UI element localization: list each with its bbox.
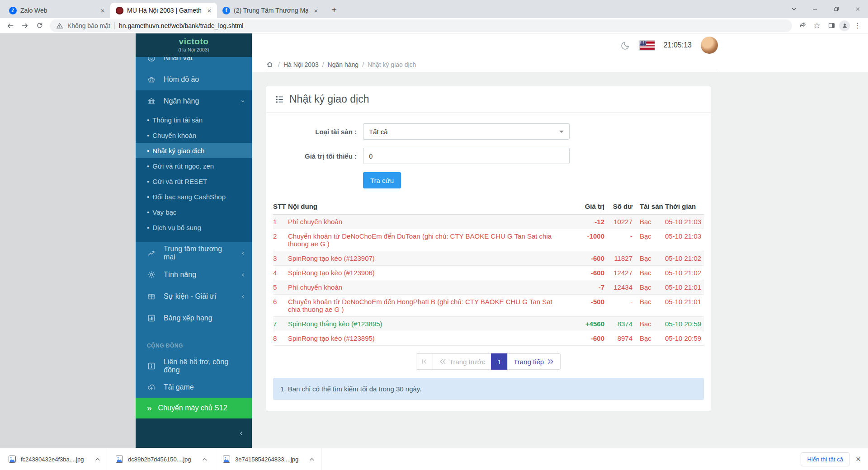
- cell-value: -600: [565, 254, 604, 262]
- side-panel-icon[interactable]: [825, 19, 838, 32]
- sidebar-subitem-gui-rut-ngoc-zen[interactable]: •Gửi và rút ngọc, zen: [136, 158, 252, 174]
- tab-title: (2) Trung Tâm Thương Mại - Hội...: [234, 7, 308, 14]
- table-header-row: STT Nội dung Giá trị Số dư Tài sản Thời …: [273, 198, 704, 215]
- cell-balance: 8374: [604, 320, 632, 328]
- browser-profile-avatar[interactable]: [839, 20, 850, 31]
- current-page-button[interactable]: 1: [491, 353, 508, 370]
- tab-close-icon[interactable]: ×: [99, 6, 107, 14]
- sidebar-subitem-dich-vu-bo-sung[interactable]: •Dịch vụ bổ sung: [136, 220, 252, 235]
- sidebar-subitem-doi-bac-cashshop[interactable]: •Đổi bạc sang CashShop: [136, 189, 252, 204]
- tab-facebook[interactable]: f (2) Trung Tâm Thương Mại - Hội... ×: [217, 3, 324, 18]
- cell-asset: Bạc: [640, 269, 665, 277]
- bullet-icon: •: [147, 208, 149, 216]
- cell-time: 05-10 20:59: [665, 320, 704, 328]
- brand-name: victoto: [136, 37, 252, 47]
- cell-stt: 1: [273, 218, 288, 226]
- first-page-button[interactable]: [416, 353, 433, 370]
- cell-time: 05-10 21:03: [665, 218, 704, 226]
- subitem-label: Gửi và rút RESET: [152, 178, 207, 185]
- sidebar-item-ngan-hang[interactable]: Ngân hàng: [136, 90, 252, 112]
- download-filename: dc89b2b7d456150....jpg: [128, 456, 196, 463]
- browser-toolbar: Không bảo mật hn.gamethuvn.net/web/bank/…: [0, 18, 868, 33]
- cell-balance: 12434: [604, 283, 632, 291]
- breadcrumb-link-ha-noi[interactable]: Hà Nội 2003: [283, 61, 319, 68]
- new-tab-button[interactable]: +: [327, 3, 341, 17]
- cell-balance: 12427: [604, 269, 632, 277]
- download-filename: fc24380432e4f3ba....jpg: [21, 456, 89, 463]
- close-window-button[interactable]: [847, 0, 868, 18]
- cell-asset: Bạc: [640, 218, 665, 226]
- security-label: Không bảo mật: [67, 22, 110, 29]
- cell-time: 05-10 21:02: [665, 254, 704, 262]
- cell-balance: -: [604, 298, 632, 306]
- subitem-label: Gửi và rút ngọc, zen: [152, 162, 214, 170]
- breadcrumb-separator: /: [322, 61, 324, 68]
- restore-button[interactable]: [826, 0, 847, 18]
- sidebar-subitem-gui-rut-reset[interactable]: •Gửi và rút RESET: [136, 174, 252, 189]
- previous-page-button[interactable]: Trang trước: [433, 353, 491, 370]
- sidebar-item-lien-he-ho-tro[interactable]: Liên hệ hỗ trợ, cộng đồng: [136, 355, 252, 376]
- sidebar-subitem-nhat-ky-giao-dich[interactable]: •Nhật ký giao dịch: [136, 143, 252, 158]
- back-button[interactable]: [4, 19, 17, 32]
- show-all-downloads-button[interactable]: Hiển thị tất cả: [801, 452, 849, 466]
- tab-gamethuvn-active[interactable]: MU Hà Nội 2003 | GamethuVN.n... ×: [110, 3, 217, 18]
- asset-type-select[interactable]: Tất cả: [363, 123, 570, 140]
- table-row: 7SpinRong thắng kèo (#123895)+45608374Bạ…: [273, 317, 704, 331]
- chevron-up-icon[interactable]: [200, 456, 209, 463]
- close-downloads-icon[interactable]: ×: [856, 454, 861, 464]
- download-item[interactable]: dc89b2b7d456150....jpg: [107, 448, 214, 470]
- download-item[interactable]: fc24380432e4f3ba....jpg: [0, 448, 107, 470]
- bullet-icon: •: [147, 162, 149, 170]
- share-icon[interactable]: [796, 19, 809, 32]
- sidebar-item-tinh-nang[interactable]: Tính năng: [136, 264, 252, 286]
- bullet-icon: •: [147, 132, 149, 139]
- bookmark-star-icon[interactable]: ☆: [810, 19, 824, 32]
- cell-balance: 8974: [604, 334, 632, 342]
- collapse-sidebar-icon[interactable]: [238, 430, 245, 437]
- sidebar-subitem-thong-tin-tai-san[interactable]: •Thông tin tài sản: [136, 112, 252, 127]
- forward-button[interactable]: [18, 19, 32, 32]
- sidebar-subitem-vay-bac[interactable]: •Vay bạc: [136, 204, 252, 220]
- tab-search-chevron-icon[interactable]: [783, 0, 804, 18]
- sidebar-subitem-chuyen-khoan[interactable]: •Chuyển khoản: [136, 127, 252, 143]
- cell-time: 05-10 21:01: [665, 283, 704, 291]
- us-flag-icon[interactable]: [640, 41, 655, 50]
- search-button[interactable]: Tra cứu: [363, 172, 401, 188]
- sidebar-item-tai-game[interactable]: Tải game: [136, 376, 252, 398]
- address-bar[interactable]: Không bảo mật hn.gamethuvn.net/web/bank/…: [50, 19, 792, 32]
- cell-asset: Bạc: [640, 320, 665, 328]
- tab-zalo[interactable]: Z Zalo Web ×: [4, 3, 110, 18]
- sidebar-item-trung-tam-thuong-mai[interactable]: Trung tâm thương mại: [136, 242, 252, 264]
- chevron-up-icon[interactable]: [93, 456, 102, 463]
- chevron-up-icon[interactable]: [307, 456, 316, 463]
- menu-kebab-icon[interactable]: ⋮: [851, 19, 864, 32]
- dark-mode-moon-icon[interactable]: [621, 40, 631, 50]
- switch-server-button[interactable]: » Chuyển máy chủ S12: [136, 398, 252, 418]
- download-item[interactable]: 3e7415854264833....jpg: [214, 448, 321, 470]
- cell-value: -7: [565, 283, 604, 291]
- sidebar-item-label: Bảng xếp hạng: [164, 314, 212, 322]
- gift-icon: [147, 292, 156, 301]
- reload-button[interactable]: [33, 19, 46, 32]
- home-icon[interactable]: [266, 61, 274, 68]
- switch-server-label: Chuyển máy chủ S12: [158, 404, 227, 412]
- brand-subtitle: (Hà Nội 2003): [136, 47, 252, 52]
- main-area: 21:05:13 / Hà Nội 2003 / Ngân hàng / Nhậ…: [252, 33, 868, 448]
- asset-type-label: Loại tài sản :: [273, 128, 363, 136]
- mu-favicon-icon: [116, 7, 123, 14]
- sidebar-item-hom-do-ao[interactable]: Hòm đồ ảo: [136, 69, 252, 90]
- sidebar-item-bang-xep-hang[interactable]: Bảng xếp hạng: [136, 307, 252, 329]
- cell-asset: Bạc: [640, 232, 665, 240]
- min-value-input[interactable]: [363, 148, 570, 164]
- breadcrumb-link-ngan-hang[interactable]: Ngân hàng: [328, 61, 359, 68]
- sidebar-menu: Nhân vật Hòm đồ ảo Ngân hàng •Thông tin …: [136, 47, 252, 398]
- col-header-stt: STT: [273, 202, 288, 210]
- minimize-button[interactable]: [804, 0, 826, 18]
- cell-balance: -: [604, 232, 632, 240]
- user-avatar[interactable]: [701, 37, 718, 54]
- tab-close-icon[interactable]: ×: [205, 6, 213, 14]
- next-page-button[interactable]: Trang tiếp: [507, 353, 561, 370]
- cell-asset: Bạc: [640, 283, 665, 291]
- tab-close-icon[interactable]: ×: [312, 6, 320, 14]
- sidebar-item-su-kien-giai-tri[interactable]: Sự kiện - Giải trí: [136, 286, 252, 307]
